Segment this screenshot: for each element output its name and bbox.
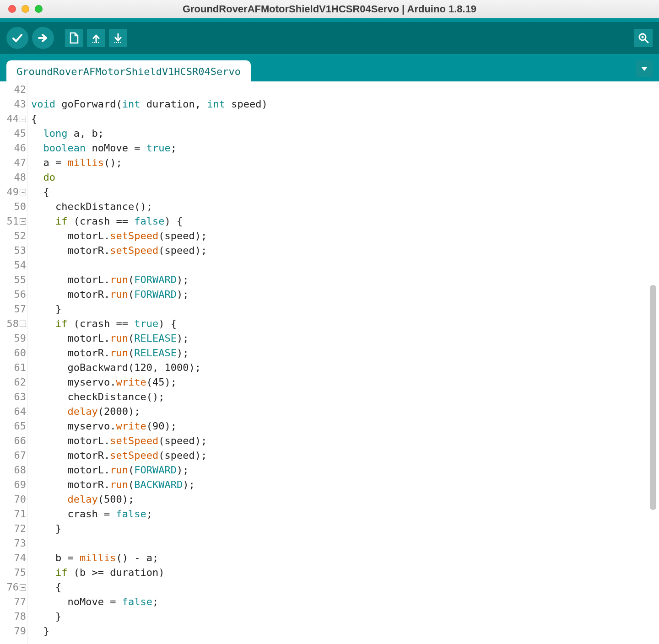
svg-point-3 — [642, 36, 644, 38]
line-number: 72 — [0, 521, 27, 536]
code-line[interactable]: goBackward(120, 1000); — [31, 360, 659, 375]
line-number: 43 — [0, 97, 27, 112]
line-number: 42 — [0, 82, 27, 97]
line-number: 70 — [0, 492, 27, 507]
check-icon — [11, 31, 24, 45]
magnifier-icon — [637, 32, 649, 44]
line-number: 73 — [0, 536, 27, 551]
toolbar — [0, 22, 659, 54]
code-line[interactable]: { — [31, 185, 659, 199]
code-line[interactable] — [31, 258, 659, 273]
line-number: 47 — [0, 156, 27, 170]
code-line[interactable]: delay(500); — [31, 492, 659, 507]
code-area[interactable]: void goForward(int duration, int speed){… — [27, 81, 659, 644]
line-number: 51− — [0, 214, 27, 229]
arrow-right-icon — [36, 31, 50, 45]
minimize-icon[interactable] — [22, 5, 29, 13]
line-number: 69 — [0, 478, 27, 492]
fold-toggle[interactable]: − — [20, 218, 26, 225]
code-line[interactable]: crash = false; — [31, 507, 659, 521]
vertical-scrollbar[interactable] — [649, 82, 657, 644]
line-number: 45 — [0, 126, 27, 141]
code-line[interactable]: long a, b; — [31, 126, 659, 141]
arrow-down-icon — [112, 32, 124, 44]
line-number: 57 — [0, 302, 27, 317]
line-number: 56 — [0, 287, 27, 302]
svg-line-4 — [645, 39, 648, 43]
chevron-down-icon — [640, 64, 649, 73]
line-number: 60 — [0, 346, 27, 360]
line-number: 58− — [0, 317, 27, 331]
code-line[interactable]: if (b >= duration) — [31, 565, 659, 580]
code-line[interactable]: { — [31, 580, 659, 595]
tab-sketch[interactable]: GroundRoverAFMotorShieldV1HCSR04Servo — [6, 60, 251, 82]
code-line[interactable]: motorR.setSpeed(speed); — [31, 243, 659, 258]
line-number-gutter: 424344−4546474849−5051−52535455565758−59… — [0, 81, 27, 644]
code-line[interactable]: boolean noMove = true; — [31, 141, 659, 156]
arrow-up-icon — [90, 32, 102, 44]
code-line[interactable]: myservo.write(90); — [31, 419, 659, 434]
tab-menu-button[interactable] — [636, 60, 653, 77]
close-icon[interactable] — [8, 5, 16, 13]
code-line[interactable]: if (crash == false) { — [31, 214, 659, 229]
line-number: 78 — [0, 609, 27, 624]
code-line[interactable]: checkDistance(); — [31, 390, 659, 404]
code-line[interactable]: } — [31, 624, 659, 639]
svg-marker-5 — [641, 67, 648, 71]
code-line[interactable]: noMove = false; — [31, 595, 659, 609]
code-line[interactable]: } — [31, 609, 659, 624]
editor: 424344−4546474849−5051−52535455565758−59… — [0, 81, 659, 644]
line-number: 65 — [0, 419, 27, 434]
code-line[interactable]: motorL.setSpeed(speed); — [31, 229, 659, 243]
save-sketch-button[interactable] — [109, 29, 127, 47]
code-line[interactable]: { — [31, 112, 659, 126]
scrollbar-thumb[interactable] — [650, 285, 656, 510]
code-line[interactable]: myservo.write(45); — [31, 375, 659, 390]
window-title: GroundRoverAFMotorShieldV1HCSR04Servo | … — [0, 3, 659, 15]
code-line[interactable]: motorR.run(FORWARD); — [31, 287, 659, 302]
line-number: 64 — [0, 404, 27, 419]
line-number: 77 — [0, 595, 27, 609]
code-line[interactable]: motorR.run(RELEASE); — [31, 346, 659, 360]
line-number: 59 — [0, 331, 27, 346]
line-number: 46 — [0, 141, 27, 156]
code-line[interactable]: do — [31, 170, 659, 185]
fold-toggle[interactable]: − — [20, 189, 26, 195]
fold-toggle[interactable]: − — [20, 116, 26, 122]
code-line[interactable] — [31, 82, 659, 97]
line-number: 62 — [0, 375, 27, 390]
code-line[interactable]: if (crash == true) { — [31, 317, 659, 331]
code-line[interactable]: motorL.run(FORWARD); — [31, 463, 659, 478]
serial-monitor-button[interactable] — [634, 29, 653, 47]
code-line[interactable]: checkDistance(); — [31, 199, 659, 214]
new-sketch-button[interactable] — [65, 29, 83, 47]
line-number: 50 — [0, 199, 27, 214]
fold-toggle[interactable]: − — [20, 321, 26, 327]
upload-button[interactable] — [32, 27, 54, 49]
code-line[interactable]: delay(2000); — [31, 404, 659, 419]
code-line[interactable]: void goForward(int duration, int speed) — [31, 97, 659, 112]
zoom-icon[interactable] — [35, 5, 43, 13]
code-line[interactable]: motorL.setSpeed(speed); — [31, 434, 659, 448]
line-number: 71 — [0, 507, 27, 521]
code-line[interactable]: motorL.run(RELEASE); — [31, 331, 659, 346]
code-line[interactable]: motorR.setSpeed(speed); — [31, 448, 659, 463]
code-line[interactable]: motorL.run(FORWARD); — [31, 273, 659, 287]
code-line[interactable]: } — [31, 302, 659, 317]
code-line[interactable] — [31, 536, 659, 551]
code-line[interactable]: a = millis(); — [31, 156, 659, 170]
open-sketch-button[interactable] — [87, 29, 105, 47]
verify-button[interactable] — [6, 27, 28, 49]
line-number: 52 — [0, 229, 27, 243]
accent-strip — [0, 18, 659, 22]
line-number: 49− — [0, 185, 27, 199]
line-number: 48 — [0, 170, 27, 185]
code-line[interactable]: b = millis() - a; — [31, 551, 659, 565]
code-line[interactable]: } — [31, 521, 659, 536]
line-number: 63 — [0, 390, 27, 404]
tab-bar: GroundRoverAFMotorShieldV1HCSR04Servo — [0, 54, 659, 81]
code-line[interactable]: motorR.run(BACKWARD); — [31, 478, 659, 492]
line-number: 75 — [0, 565, 27, 580]
fold-toggle[interactable]: − — [20, 584, 26, 590]
titlebar: GroundRoverAFMotorShieldV1HCSR04Servo | … — [0, 0, 659, 18]
